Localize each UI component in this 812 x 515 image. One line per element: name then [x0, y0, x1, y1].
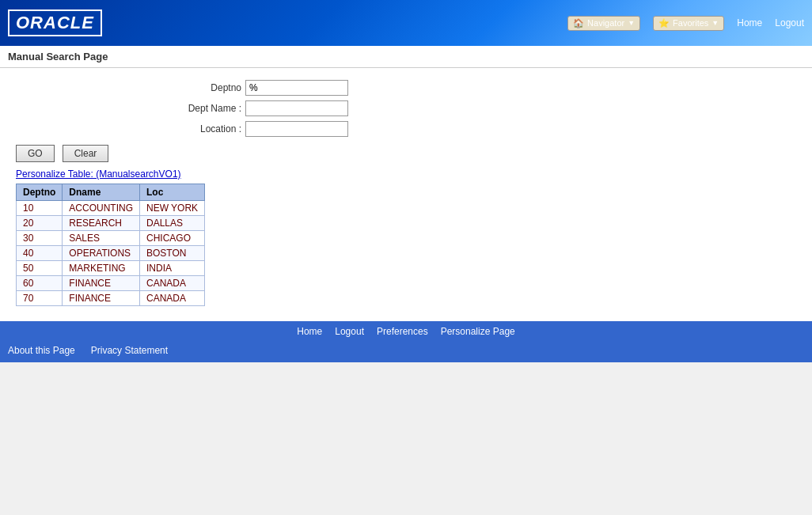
table-cell: 50 — [17, 261, 63, 276]
navigator-button[interactable]: 🏠 Navigator ▼ — [567, 16, 640, 31]
table-cell: DALLAS — [140, 216, 205, 231]
table-cell: CANADA — [140, 291, 205, 306]
header-logout-link[interactable]: Logout — [775, 17, 804, 28]
navigator-chevron-icon: ▼ — [628, 19, 635, 27]
personalize-table-link[interactable]: Personalize Table: (ManualsearchVO1) — [8, 169, 804, 180]
table-row: 20RESEARCHDALLAS — [17, 216, 205, 231]
results-table: Deptno Dname Loc 10ACCOUNTINGNEW YORK20R… — [16, 184, 205, 306]
button-row: GO Clear — [8, 145, 804, 162]
location-label: Location : — [166, 123, 245, 134]
star-icon: ⭐ — [658, 18, 670, 28]
header-navigation: 🏠 Navigator ▼ ⭐ Favorites ▼ Home Logout — [567, 16, 804, 31]
table-header-row: Deptno Dname Loc — [17, 184, 205, 201]
footer-logout-link[interactable]: Logout — [335, 326, 364, 337]
table-cell: CHICAGO — [140, 231, 205, 246]
table-cell: MARKETING — [63, 261, 140, 276]
table-cell: OPERATIONS — [63, 246, 140, 261]
table-row: 40OPERATIONSBOSTON — [17, 246, 205, 261]
table-cell: BOSTON — [140, 246, 205, 261]
table-cell: 40 — [17, 246, 63, 261]
favorites-label: Favorites — [673, 18, 708, 28]
deptno-row: Deptno — [166, 80, 804, 96]
footer-preferences-link[interactable]: Preferences — [377, 326, 428, 337]
dept-name-input[interactable] — [245, 100, 348, 116]
privacy-statement-link[interactable]: Privacy Statement — [91, 345, 168, 356]
table-cell: ACCOUNTING — [63, 201, 140, 216]
about-this-page-link[interactable]: About this Page — [8, 345, 75, 356]
table-row: 70FINANCECANADA — [17, 291, 205, 306]
oracle-logo: ORACLE — [8, 9, 102, 36]
table-row: 30SALESCHICAGO — [17, 231, 205, 246]
deptno-input[interactable] — [245, 80, 348, 96]
footer-home-link[interactable]: Home — [297, 326, 322, 337]
table-cell: RESEARCH — [63, 216, 140, 231]
table-row: 50MARKETINGINDIA — [17, 261, 205, 276]
deptno-label: Deptno — [166, 82, 245, 93]
navigator-label: Navigator — [587, 18, 624, 28]
location-input[interactable] — [245, 121, 348, 137]
table-cell: CANADA — [140, 276, 205, 291]
location-row: Location : — [166, 121, 804, 137]
go-button[interactable]: GO — [16, 145, 55, 162]
footer-bar: Home Logout Preferences Personalize Page — [0, 321, 812, 342]
table-cell: 20 — [17, 216, 63, 231]
col-header-dname: Dname — [63, 184, 140, 201]
table-cell: FINANCE — [63, 276, 140, 291]
header-home-link[interactable]: Home — [737, 17, 762, 28]
house-icon: 🏠 — [573, 18, 584, 28]
dept-name-row: Dept Name : — [166, 100, 804, 116]
main-content: Deptno Dept Name : Location : GO Clear P… — [0, 68, 812, 321]
table-cell: 70 — [17, 291, 63, 306]
col-header-loc: Loc — [140, 184, 205, 201]
page-title-bar: Manual Search Page — [0, 46, 812, 68]
dept-name-label: Dept Name : — [166, 103, 245, 114]
table-cell: FINANCE — [63, 291, 140, 306]
search-form: Deptno Dept Name : Location : — [166, 80, 804, 137]
sub-footer: About this Page Privacy Statement — [0, 342, 812, 362]
header: ORACLE 🏠 Navigator ▼ ⭐ Favorites ▼ Home … — [0, 0, 812, 46]
footer-personalize-page-link[interactable]: Personalize Page — [441, 326, 515, 337]
table-cell: INDIA — [140, 261, 205, 276]
favorites-button[interactable]: ⭐ Favorites ▼ — [653, 16, 724, 31]
table-cell: NEW YORK — [140, 201, 205, 216]
page-title: Manual Search Page — [8, 51, 108, 62]
table-cell: 60 — [17, 276, 63, 291]
table-row: 10ACCOUNTINGNEW YORK — [17, 201, 205, 216]
table-cell: 30 — [17, 231, 63, 246]
favorites-chevron-icon: ▼ — [711, 19, 719, 27]
table-cell: 10 — [17, 201, 63, 216]
table-cell: SALES — [63, 231, 140, 246]
table-row: 60FINANCECANADA — [17, 276, 205, 291]
clear-button[interactable]: Clear — [63, 145, 109, 162]
col-header-deptno: Deptno — [17, 184, 63, 201]
